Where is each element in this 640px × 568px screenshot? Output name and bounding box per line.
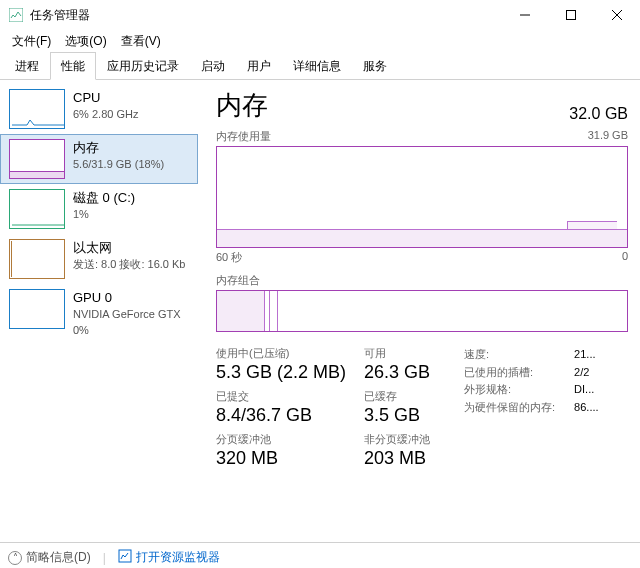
memory-thumbnail-graph [9, 139, 65, 179]
sidebar-gpu-sub1: NVIDIA GeForce GTX [73, 307, 189, 322]
titlebar: 任务管理器 [0, 0, 640, 30]
tab-services[interactable]: 服务 [352, 52, 398, 80]
sidebar-item-disk[interactable]: 磁盘 0 (C:) 1% [0, 184, 198, 234]
stat-nonpaged-value: 203 MB [364, 448, 430, 469]
sidebar-cpu-title: CPU [73, 89, 189, 107]
memory-composition-graph[interactable] [216, 290, 628, 332]
usage-graph-max: 31.9 GB [588, 129, 628, 144]
window-controls [502, 0, 640, 30]
axis-right: 0 [622, 250, 628, 265]
menubar: 文件(F) 选项(O) 查看(V) [0, 30, 640, 52]
tab-startup[interactable]: 启动 [190, 52, 236, 80]
maximize-button[interactable] [548, 0, 594, 30]
stat-committed-label: 已提交 [216, 389, 346, 404]
stat-nonpaged-label: 非分页缓冲池 [364, 432, 430, 447]
sidebar-gpu-title: GPU 0 [73, 289, 189, 307]
close-button[interactable] [594, 0, 640, 30]
tab-details[interactable]: 详细信息 [282, 52, 352, 80]
stat-paged-label: 分页缓冲池 [216, 432, 346, 447]
page-title: 内存 [216, 88, 268, 123]
fewer-details-label: 简略信息(D) [26, 549, 91, 566]
sidebar: CPU 6% 2.80 GHz 内存 5.6/31.9 GB (18%) 磁盘 … [0, 80, 198, 542]
tab-performance[interactable]: 性能 [50, 52, 96, 80]
app-icon [8, 7, 24, 23]
chevron-up-icon: ˄ [8, 551, 22, 565]
speed-value: 21... [574, 346, 595, 364]
speed-label: 速度: [464, 346, 564, 364]
svg-rect-2 [567, 11, 576, 20]
main-panel: 内存 32.0 GB 内存使用量 31.9 GB 60 秒 0 内存组合 使用中… [198, 80, 640, 542]
composition-label: 内存组合 [216, 273, 628, 288]
menu-options[interactable]: 选项(O) [59, 31, 112, 52]
minimize-button[interactable] [502, 0, 548, 30]
menu-file[interactable]: 文件(F) [6, 31, 57, 52]
sidebar-ethernet-sub: 发送: 8.0 接收: 16.0 Kb [73, 257, 189, 272]
gpu-thumbnail-graph [9, 289, 65, 329]
reserved-value: 86.... [574, 399, 598, 417]
sidebar-memory-sub: 5.6/31.9 GB (18%) [73, 157, 189, 172]
svg-rect-5 [119, 550, 131, 562]
cpu-thumbnail-graph [9, 89, 65, 129]
stat-inuse-label: 使用中(已压缩) [216, 346, 346, 361]
sidebar-ethernet-title: 以太网 [73, 239, 189, 257]
sidebar-disk-sub: 1% [73, 207, 189, 222]
stats-area: 使用中(已压缩) 5.3 GB (2.2 MB) 可用 26.3 GB 已提交 … [216, 346, 628, 469]
tab-users[interactable]: 用户 [236, 52, 282, 80]
tab-processes[interactable]: 进程 [4, 52, 50, 80]
open-resource-monitor-link[interactable]: 打开资源监视器 [118, 549, 220, 566]
usage-graph-label: 内存使用量 [216, 129, 271, 144]
slots-label: 已使用的插槽: [464, 364, 564, 382]
stat-available-value: 26.3 GB [364, 362, 430, 383]
axis-left: 60 秒 [216, 250, 242, 265]
open-resource-monitor-label: 打开资源监视器 [136, 549, 220, 566]
disk-thumbnail-graph [9, 189, 65, 229]
stat-paged-value: 320 MB [216, 448, 346, 469]
sidebar-item-gpu[interactable]: GPU 0 NVIDIA GeForce GTX 0% [0, 284, 198, 343]
sidebar-item-ethernet[interactable]: 以太网 发送: 8.0 接收: 16.0 Kb [0, 234, 198, 284]
memory-total: 32.0 GB [569, 105, 628, 123]
slots-value: 2/2 [574, 364, 589, 382]
sidebar-item-memory[interactable]: 内存 5.6/31.9 GB (18%) [0, 134, 198, 184]
sidebar-item-cpu[interactable]: CPU 6% 2.80 GHz [0, 84, 198, 134]
sidebar-cpu-sub: 6% 2.80 GHz [73, 107, 189, 122]
ethernet-thumbnail-graph [9, 239, 65, 279]
stat-inuse-value: 5.3 GB (2.2 MB) [216, 362, 346, 383]
stat-cached-label: 已缓存 [364, 389, 430, 404]
window-title: 任务管理器 [30, 7, 502, 24]
fewer-details-link[interactable]: ˄ 简略信息(D) [8, 549, 91, 566]
monitor-icon [118, 549, 132, 566]
sidebar-gpu-sub2: 0% [73, 323, 189, 338]
form-label: 外形规格: [464, 381, 564, 399]
sidebar-memory-title: 内存 [73, 139, 189, 157]
form-value: DI... [574, 381, 594, 399]
stat-committed-value: 8.4/36.7 GB [216, 405, 346, 426]
tab-bar: 进程 性能 应用历史记录 启动 用户 详细信息 服务 [0, 52, 640, 80]
menu-view[interactable]: 查看(V) [115, 31, 167, 52]
stat-cached-value: 3.5 GB [364, 405, 430, 426]
stat-available-label: 可用 [364, 346, 430, 361]
footer: ˄ 简略信息(D) | 打开资源监视器 [0, 542, 640, 568]
tab-apphistory[interactable]: 应用历史记录 [96, 52, 190, 80]
memory-usage-graph[interactable] [216, 146, 628, 248]
reserved-label: 为硬件保留的内存: [464, 399, 564, 417]
sidebar-disk-title: 磁盘 0 (C:) [73, 189, 189, 207]
content-area: CPU 6% 2.80 GHz 内存 5.6/31.9 GB (18%) 磁盘 … [0, 80, 640, 542]
